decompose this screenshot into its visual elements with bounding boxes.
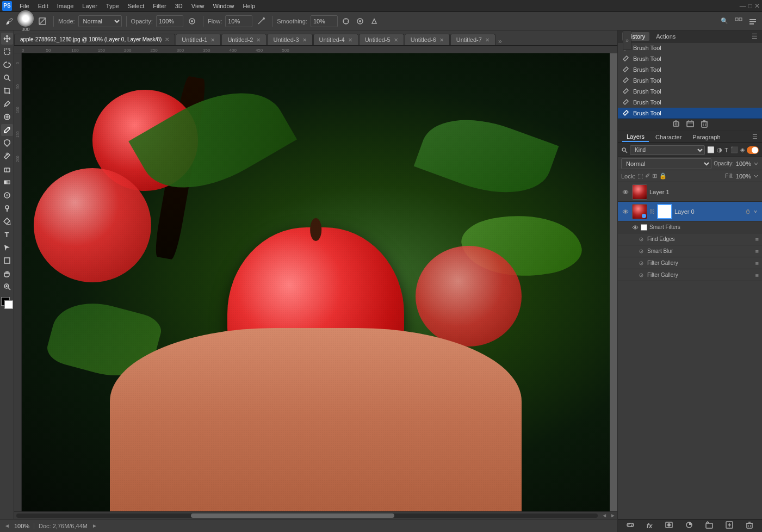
menu-layer[interactable]: Layer (78, 2, 102, 10)
type-filter-icon[interactable]: T (724, 147, 728, 153)
add-mask-btn[interactable] (664, 520, 674, 531)
pen-tool[interactable] (1, 215, 13, 227)
tab-untitled1[interactable]: Untitled-1 ✕ (176, 34, 221, 45)
smart-filters-item[interactable]: Smart Filters (618, 221, 762, 233)
status-left-arrow[interactable]: ◄ (4, 523, 10, 529)
menu-select[interactable]: Select (123, 2, 149, 10)
fx-btn[interactable]: fx (646, 521, 654, 531)
delete-layer-btn[interactable] (745, 520, 754, 531)
flow-angle-btn[interactable] (255, 16, 268, 27)
healing-tool[interactable] (1, 111, 13, 123)
maximize-btn[interactable]: □ (748, 2, 752, 10)
layers-menu-btn[interactable]: ☰ (752, 133, 758, 140)
delete-state-btn[interactable] (699, 119, 709, 131)
history-item-7[interactable]: Brush Tool (618, 108, 762, 119)
menu-window[interactable]: Window (208, 2, 238, 10)
menu-filter[interactable]: Filter (148, 2, 170, 10)
clone-tool[interactable] (1, 137, 13, 149)
history-item-5[interactable]: Brush Tool (618, 86, 762, 97)
path-select-tool[interactable] (1, 242, 13, 253)
tab-untitled5-close[interactable]: ✕ (394, 37, 398, 43)
new-snapshot-btn[interactable] (671, 119, 681, 131)
tab-untitled1-close[interactable]: ✕ (210, 37, 215, 43)
scroll-left-btn[interactable]: ◄ (600, 512, 609, 518)
shape-tool[interactable] (1, 255, 13, 267)
tab-main[interactable]: apple-2788662_1280.jpg @ 100% (Layer 0, … (14, 34, 175, 45)
history-item-2[interactable]: Brush Tool (618, 53, 762, 64)
type-tool[interactable]: T (1, 228, 13, 240)
tab-untitled6-close[interactable]: ✕ (439, 37, 444, 43)
tab-untitled2-close[interactable]: ✕ (256, 37, 261, 43)
kind-filter-select[interactable]: Kind (630, 145, 705, 155)
menu-file[interactable]: File (15, 2, 34, 10)
eraser-tool[interactable] (1, 163, 13, 175)
lock-artboard-icon[interactable]: ⊞ (652, 172, 657, 180)
crop-tool[interactable] (1, 85, 13, 97)
flow-input[interactable] (225, 15, 252, 27)
new-fill-layer-btn[interactable] (684, 520, 694, 531)
pressure-btn[interactable] (368, 16, 380, 26)
menu-image[interactable]: Image (53, 2, 78, 10)
mode-select[interactable]: Normal (78, 15, 122, 27)
filter-gallery-2-item[interactable]: Filter Gallery ≡ (618, 269, 762, 281)
smart-blur-item[interactable]: Smart Blur ≡ (618, 245, 762, 257)
tab-untitled6[interactable]: Untitled-6 ✕ (405, 34, 450, 45)
history-item-3[interactable]: Brush Tool (618, 64, 762, 75)
h-scroll-thumb[interactable] (191, 514, 394, 518)
pixel-filter-icon[interactable]: ⬜ (707, 146, 715, 153)
brush-tool[interactable] (1, 124, 13, 136)
search-btn[interactable]: 🔍 (718, 16, 730, 26)
marquee-tool[interactable] (1, 46, 13, 58)
menu-3d[interactable]: 3D (171, 2, 187, 10)
tab-untitled7[interactable]: Untitled-7 ✕ (450, 34, 495, 45)
opacity-input[interactable] (156, 15, 183, 27)
layer-1-visibility[interactable] (621, 188, 630, 196)
history-brush-tool[interactable] (1, 150, 13, 162)
h-scrollbar[interactable]: ◄ ► (14, 511, 617, 519)
tab-untitled3-close[interactable]: ✕ (302, 37, 307, 43)
smart-blur-options[interactable]: ≡ (755, 248, 759, 255)
opacity-value[interactable]: 100% (736, 160, 751, 167)
smoothing-settings-btn[interactable] (340, 16, 352, 26)
tab-untitled4[interactable]: Untitled-4 ✕ (313, 34, 358, 45)
status-right-arrow[interactable]: ► (92, 523, 97, 529)
history-item-1[interactable]: Brush Tool (618, 42, 762, 53)
layer-1-item[interactable]: Layer 1 (618, 182, 762, 202)
menu-view[interactable]: View (187, 2, 209, 10)
foreground-color[interactable] (1, 297, 13, 309)
eyedropper-tool[interactable] (1, 98, 13, 110)
dodge-tool[interactable] (1, 202, 13, 214)
tab-untitled5[interactable]: Untitled-5 ✕ (359, 34, 404, 45)
adjust-filter-icon[interactable]: ◑ (717, 146, 722, 153)
close-btn[interactable]: ✕ (754, 2, 760, 10)
brush-size-display[interactable]: 300 (17, 10, 34, 32)
h-scroll-track[interactable] (16, 514, 598, 518)
layers-tab[interactable]: Layers (622, 132, 649, 142)
scroll-right-btn[interactable]: ► (609, 512, 617, 518)
new-layer-btn[interactable] (724, 520, 734, 531)
canvas-image-container[interactable] (22, 53, 610, 511)
brush-angle-btn[interactable] (36, 16, 49, 27)
character-tab[interactable]: Character (651, 133, 686, 141)
lock-pixels-icon[interactable]: ⬚ (637, 172, 643, 180)
menu-help[interactable]: Help (239, 2, 260, 10)
shape-filter-icon[interactable]: ⬛ (730, 146, 738, 153)
tab-untitled3[interactable]: Untitled-3 ✕ (267, 34, 312, 45)
tab-untitled2[interactable]: Untitled-2 ✕ (221, 34, 267, 45)
smart-filter-icon[interactable]: ◈ (740, 146, 745, 153)
actions-tab[interactable]: Actions (652, 32, 680, 41)
quick-select-tool[interactable] (1, 72, 13, 84)
arrange-btn[interactable] (733, 16, 745, 26)
tab-main-close[interactable]: ✕ (165, 36, 169, 42)
link-layers-btn[interactable] (625, 520, 635, 531)
lock-all-icon[interactable]: 🔒 (659, 172, 667, 180)
fill-value[interactable]: 100% (736, 173, 751, 180)
gradient-tool[interactable] (1, 176, 13, 188)
blend-mode-select[interactable]: Normal (621, 158, 711, 169)
lock-position-icon[interactable]: ✐ (645, 172, 650, 180)
filter-gallery-2-options[interactable]: ≡ (755, 272, 759, 279)
filter-toggle[interactable] (747, 146, 759, 154)
filter-gallery-1-item[interactable]: Filter Gallery ≡ (618, 257, 762, 269)
smoothing-input[interactable] (311, 15, 338, 27)
layer-0-expand-icon[interactable] (752, 208, 759, 215)
